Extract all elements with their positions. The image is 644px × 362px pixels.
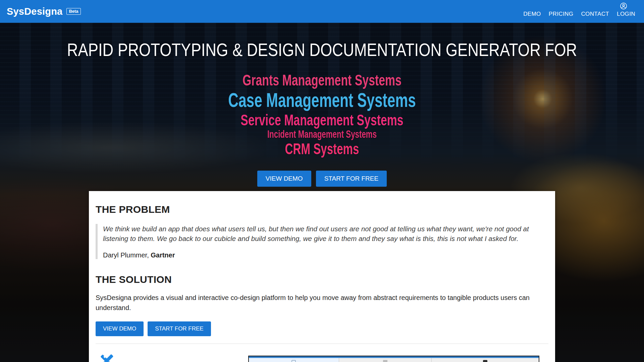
brand[interactable]: SysDesigna Beta	[7, 0, 81, 23]
system-type-incident: Incident Management Systems	[90, 129, 554, 140]
section-divider	[96, 344, 548, 344]
solution-body: SysDesigna provides a visual and interac…	[96, 293, 537, 313]
feature-left	[96, 352, 248, 362]
system-type-case: Case Management Systems	[90, 89, 554, 111]
brand-name: SysDesigna	[7, 6, 62, 17]
start-for-free-button-card[interactable]: START FOR FREE	[148, 321, 211, 336]
nav-right: DEMO PRICING CONTACT LOGIN	[523, 2, 635, 17]
nav-link-contact[interactable]: CONTACT	[581, 11, 609, 17]
product-screenshot	[248, 356, 539, 362]
hero-title: RAPID PROTOTYPING & DESIGN DOCUMENTATION…	[52, 39, 593, 60]
nav-link-demo[interactable]: DEMO	[523, 11, 541, 17]
panel-1-icon	[291, 360, 296, 362]
panel-3-icon	[483, 360, 487, 362]
quote-attribution: Daryl Plummer, Gartner	[103, 251, 548, 259]
problem-quote-block: We think we build an app that does what …	[96, 224, 548, 259]
start-for-free-button[interactable]: START FOR FREE	[316, 171, 387, 187]
beta-badge: Beta	[66, 8, 80, 15]
screenshot-panel-3	[431, 358, 539, 362]
view-demo-button-card[interactable]: VIEW DEMO	[96, 321, 144, 336]
solution-heading: THE SOLUTION	[96, 274, 548, 285]
content-card: THE PROBLEM We think we build an app tha…	[89, 191, 555, 362]
system-type-crm: CRM Systems	[90, 140, 554, 158]
landing-page: SysDesigna Beta DEMO PRICING CONTACT LOG…	[0, 0, 644, 362]
system-type-service: Service Management Systems	[90, 111, 554, 129]
design-services-icon	[98, 352, 115, 362]
problem-heading: THE PROBLEM	[96, 204, 548, 215]
product-screenshot-columns	[249, 358, 539, 362]
quote-attribution-org: Gartner	[151, 251, 175, 259]
nav-link-login[interactable]: LOGIN	[617, 11, 635, 17]
feature-row	[96, 352, 548, 362]
hero-section: RAPID PROTOTYPING & DESIGN DOCUMENTATION…	[0, 23, 644, 187]
top-nav-bar: SysDesigna Beta DEMO PRICING CONTACT LOG…	[0, 0, 644, 23]
account-circle-icon[interactable]	[620, 2, 627, 10]
quote-attribution-name: Daryl Plummer,	[103, 251, 151, 259]
nav-links: DEMO PRICING CONTACT LOGIN	[523, 11, 635, 17]
system-types-list: Grants Management Systems Case Managemen…	[0, 71, 644, 158]
hero-buttons: VIEW DEMO START FOR FREE	[0, 171, 644, 187]
system-type-grants: Grants Management Systems	[90, 71, 554, 89]
solution-buttons: VIEW DEMO START FOR FREE	[96, 321, 548, 336]
panel-2-icon	[383, 360, 387, 362]
nav-link-pricing[interactable]: PRICING	[549, 11, 574, 17]
screenshot-panel-1	[249, 358, 339, 362]
screenshot-panel-2	[339, 358, 431, 362]
problem-quote-text: We think we build an app that does what …	[103, 224, 548, 243]
view-demo-button[interactable]: VIEW DEMO	[257, 171, 311, 187]
